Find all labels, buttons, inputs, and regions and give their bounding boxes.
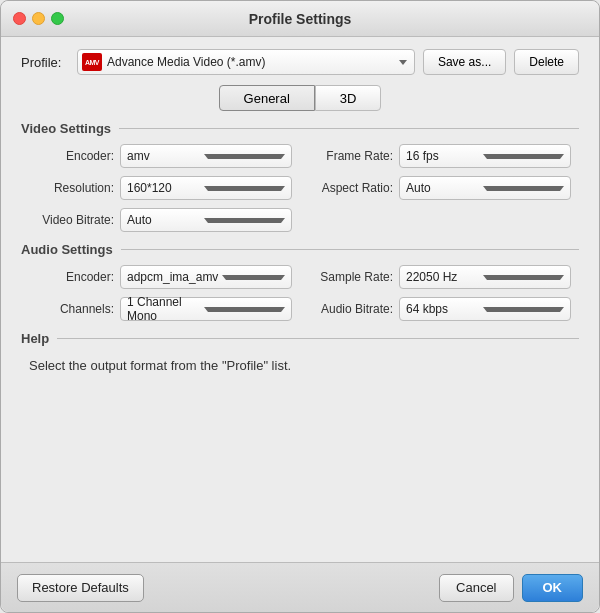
video-settings-header: Video Settings (21, 121, 579, 136)
frame-rate-dropdown-arrow (483, 154, 564, 159)
audio-encoder-row: Encoder: adpcm_ima_amv (29, 265, 292, 289)
sample-rate-value: 22050 Hz (406, 270, 479, 284)
resolution-dropdown-arrow (204, 186, 285, 191)
video-bitrate-dropdown-arrow (204, 218, 285, 223)
profile-row: Profile: AMV Advance Media Video (*.amv)… (21, 49, 579, 75)
encoder-dropdown[interactable]: amv (120, 144, 292, 168)
tabs-row: General 3D (21, 85, 579, 111)
frame-rate-label: Frame Rate: (308, 149, 393, 163)
tab-3d[interactable]: 3D (315, 85, 382, 111)
window-title: Profile Settings (249, 11, 352, 27)
video-fields-grid: Encoder: amv Frame Rate: 16 fps (21, 144, 579, 232)
aspect-ratio-label: Aspect Ratio: (308, 181, 393, 195)
sample-rate-select-wrapper: 22050 Hz (399, 265, 571, 289)
channels-dropdown[interactable]: 1 Channel Mono (120, 297, 292, 321)
amv-icon-text: AMV (85, 59, 99, 66)
audio-settings-title: Audio Settings (21, 242, 113, 257)
video-bitrate-row: Video Bitrate: Auto (29, 208, 292, 232)
audio-settings-line (121, 249, 579, 250)
sample-rate-label: Sample Rate: (308, 270, 393, 284)
audio-encoder-dropdown[interactable]: adpcm_ima_amv (120, 265, 292, 289)
resolution-value: 160*120 (127, 181, 200, 195)
frame-rate-value: 16 fps (406, 149, 479, 163)
channels-dropdown-arrow (204, 307, 285, 312)
amv-icon: AMV (82, 53, 102, 71)
video-settings-line (119, 128, 579, 129)
cancel-button[interactable]: Cancel (439, 574, 513, 602)
audio-bitrate-dropdown-arrow (483, 307, 564, 312)
profile-dropdown[interactable]: AMV Advance Media Video (*.amv) (77, 49, 415, 75)
encoder-row: Encoder: amv (29, 144, 292, 168)
resolution-select-wrapper: 160*120 (120, 176, 292, 200)
main-content: Profile: AMV Advance Media Video (*.amv)… (1, 37, 599, 562)
profile-select-wrapper: AMV Advance Media Video (*.amv) (77, 49, 415, 75)
delete-button[interactable]: Delete (514, 49, 579, 75)
audio-settings-section: Audio Settings Encoder: adpcm_ima_amv (21, 242, 579, 321)
resolution-dropdown[interactable]: 160*120 (120, 176, 292, 200)
video-bitrate-label: Video Bitrate: (29, 213, 114, 227)
profile-select-text: Advance Media Video (*.amv) (107, 55, 396, 69)
audio-bitrate-dropdown[interactable]: 64 kbps (399, 297, 571, 321)
aspect-ratio-value: Auto (406, 181, 479, 195)
audio-fields-grid: Encoder: adpcm_ima_amv Sample Rate: 2205… (21, 265, 579, 321)
video-bitrate-value: Auto (127, 213, 200, 227)
video-bitrate-dropdown[interactable]: Auto (120, 208, 292, 232)
sample-rate-dropdown[interactable]: 22050 Hz (399, 265, 571, 289)
frame-rate-dropdown[interactable]: 16 fps (399, 144, 571, 168)
restore-defaults-button[interactable]: Restore Defaults (17, 574, 144, 602)
empty-cell (308, 208, 571, 232)
audio-settings-header: Audio Settings (21, 242, 579, 257)
maximize-button[interactable] (51, 12, 64, 25)
audio-encoder-dropdown-arrow (222, 275, 285, 280)
aspect-ratio-dropdown[interactable]: Auto (399, 176, 571, 200)
audio-encoder-select-wrapper: adpcm_ima_amv (120, 265, 292, 289)
audio-bitrate-row: Audio Bitrate: 64 kbps (308, 297, 571, 321)
video-bitrate-select-wrapper: Auto (120, 208, 292, 232)
help-section: Help Select the output format from the "… (21, 331, 579, 562)
encoder-value: amv (127, 149, 200, 163)
titlebar: Profile Settings (1, 1, 599, 37)
resolution-row: Resolution: 160*120 (29, 176, 292, 200)
close-button[interactable] (13, 12, 26, 25)
audio-encoder-label: Encoder: (29, 270, 114, 284)
aspect-ratio-select-wrapper: Auto (399, 176, 571, 200)
frame-rate-row: Frame Rate: 16 fps (308, 144, 571, 168)
footer-right-buttons: Cancel OK (439, 574, 583, 602)
resolution-label: Resolution: (29, 181, 114, 195)
encoder-dropdown-arrow (204, 154, 285, 159)
channels-value: 1 Channel Mono (127, 295, 200, 323)
aspect-ratio-dropdown-arrow (483, 186, 564, 191)
help-text: Select the output format from the "Profi… (21, 354, 579, 377)
audio-bitrate-select-wrapper: 64 kbps (399, 297, 571, 321)
help-header: Help (21, 331, 579, 346)
profile-dropdown-arrow (396, 55, 410, 69)
aspect-ratio-row: Aspect Ratio: Auto (308, 176, 571, 200)
save-as-button[interactable]: Save as... (423, 49, 506, 75)
help-line (57, 338, 579, 339)
help-title: Help (21, 331, 49, 346)
ok-button[interactable]: OK (522, 574, 584, 602)
tab-general[interactable]: General (219, 85, 315, 111)
profile-settings-window: Profile Settings Profile: AMV Advance Me… (0, 0, 600, 613)
audio-bitrate-label: Audio Bitrate: (308, 302, 393, 316)
video-settings-title: Video Settings (21, 121, 111, 136)
profile-label: Profile: (21, 55, 69, 70)
sample-rate-dropdown-arrow (483, 275, 564, 280)
sample-rate-row: Sample Rate: 22050 Hz (308, 265, 571, 289)
encoder-label: Encoder: (29, 149, 114, 163)
footer: Restore Defaults Cancel OK (1, 562, 599, 612)
traffic-lights (13, 12, 64, 25)
channels-label: Channels: (29, 302, 114, 316)
channels-select-wrapper: 1 Channel Mono (120, 297, 292, 321)
audio-bitrate-value: 64 kbps (406, 302, 479, 316)
minimize-button[interactable] (32, 12, 45, 25)
audio-encoder-value: adpcm_ima_amv (127, 270, 218, 284)
encoder-select-wrapper: amv (120, 144, 292, 168)
channels-row: Channels: 1 Channel Mono (29, 297, 292, 321)
video-settings-section: Video Settings Encoder: amv Frame R (21, 121, 579, 232)
frame-rate-select-wrapper: 16 fps (399, 144, 571, 168)
